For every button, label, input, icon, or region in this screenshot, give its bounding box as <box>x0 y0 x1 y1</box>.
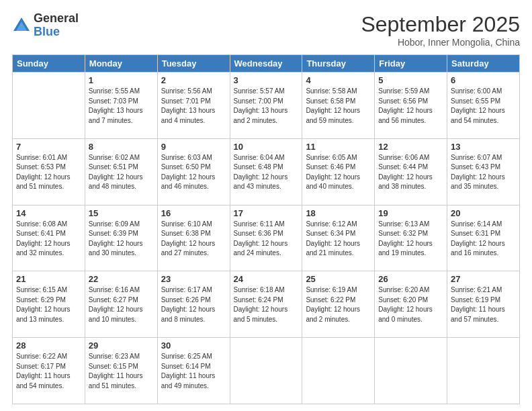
calendar-header-row: Sunday Monday Tuesday Wednesday Thursday… <box>13 55 520 73</box>
cell-info: Sunrise: 6:10 AMSunset: 6:38 PMDaylight:… <box>161 220 226 259</box>
calendar-cell: 5Sunrise: 5:59 AMSunset: 6:56 PMDaylight… <box>375 73 447 139</box>
header-thursday: Thursday <box>302 55 375 73</box>
cell-info: Sunrise: 6:13 AMSunset: 6:32 PMDaylight:… <box>378 220 443 259</box>
calendar-cell: 3Sunrise: 5:57 AMSunset: 7:00 PMDaylight… <box>230 73 302 139</box>
logo-text: General Blue <box>34 12 79 39</box>
calendar-cell: 24Sunrise: 6:18 AMSunset: 6:24 PMDayligh… <box>230 271 302 338</box>
cell-info: Sunrise: 6:04 AMSunset: 6:48 PMDaylight:… <box>234 153 299 192</box>
day-number: 21 <box>16 274 81 284</box>
day-number: 29 <box>89 340 154 351</box>
cell-info: Sunrise: 5:57 AMSunset: 7:00 PMDaylight:… <box>234 87 299 126</box>
calendar-cell <box>375 338 447 404</box>
calendar-cell: 7Sunrise: 6:01 AMSunset: 6:53 PMDaylight… <box>13 138 85 205</box>
day-number: 20 <box>451 208 516 218</box>
calendar-cell: 27Sunrise: 6:21 AMSunset: 6:19 PMDayligh… <box>447 271 520 338</box>
cell-info: Sunrise: 6:19 AMSunset: 6:22 PMDaylight:… <box>306 285 371 324</box>
cell-info: Sunrise: 6:03 AMSunset: 6:50 PMDaylight:… <box>161 153 226 192</box>
day-number: 24 <box>234 274 299 284</box>
calendar-cell: 22Sunrise: 6:16 AMSunset: 6:27 PMDayligh… <box>85 271 157 338</box>
calendar-cell: 2Sunrise: 5:56 AMSunset: 7:01 PMDaylight… <box>157 73 230 139</box>
day-number: 19 <box>378 208 443 218</box>
calendar-cell: 11Sunrise: 6:05 AMSunset: 6:46 PMDayligh… <box>302 138 375 205</box>
day-number: 22 <box>89 274 154 284</box>
header-monday: Monday <box>85 55 157 73</box>
day-number: 14 <box>16 208 81 218</box>
cell-info: Sunrise: 6:22 AMSunset: 6:17 PMDaylight:… <box>16 352 81 391</box>
cell-info: Sunrise: 5:58 AMSunset: 6:58 PMDaylight:… <box>306 87 371 126</box>
subtitle: Hobor, Inner Mongolia, China <box>361 37 520 48</box>
day-number: 10 <box>234 142 299 152</box>
calendar-week-2: 14Sunrise: 6:08 AMSunset: 6:41 PMDayligh… <box>13 205 520 271</box>
day-number: 30 <box>161 340 226 351</box>
day-number: 27 <box>451 274 516 284</box>
calendar-cell: 25Sunrise: 6:19 AMSunset: 6:22 PMDayligh… <box>302 271 375 338</box>
day-number: 6 <box>451 75 516 85</box>
calendar-cell: 21Sunrise: 6:15 AMSunset: 6:29 PMDayligh… <box>13 271 85 338</box>
day-number: 3 <box>234 75 299 85</box>
calendar-cell: 15Sunrise: 6:09 AMSunset: 6:39 PMDayligh… <box>85 205 157 271</box>
cell-info: Sunrise: 6:15 AMSunset: 6:29 PMDaylight:… <box>16 285 81 324</box>
cell-info: Sunrise: 6:14 AMSunset: 6:31 PMDaylight:… <box>451 220 516 259</box>
calendar-cell <box>302 338 375 404</box>
header-sunday: Sunday <box>13 55 85 73</box>
calendar-cell: 28Sunrise: 6:22 AMSunset: 6:17 PMDayligh… <box>13 338 85 404</box>
calendar-cell: 9Sunrise: 6:03 AMSunset: 6:50 PMDaylight… <box>157 138 230 205</box>
day-number: 11 <box>306 142 371 152</box>
calendar-cell: 1Sunrise: 5:55 AMSunset: 7:03 PMDaylight… <box>85 73 157 139</box>
header-friday: Friday <box>375 55 447 73</box>
day-number: 1 <box>89 75 154 85</box>
calendar-cell: 23Sunrise: 6:17 AMSunset: 6:26 PMDayligh… <box>157 271 230 338</box>
cell-info: Sunrise: 6:08 AMSunset: 6:41 PMDaylight:… <box>16 220 81 259</box>
day-number: 12 <box>378 142 443 152</box>
day-number: 4 <box>306 75 371 85</box>
day-number: 7 <box>16 142 81 152</box>
calendar-week-3: 21Sunrise: 6:15 AMSunset: 6:29 PMDayligh… <box>13 271 520 338</box>
cell-info: Sunrise: 5:59 AMSunset: 6:56 PMDaylight:… <box>378 87 443 126</box>
calendar-cell: 6Sunrise: 6:00 AMSunset: 6:55 PMDaylight… <box>447 73 520 139</box>
cell-info: Sunrise: 6:20 AMSunset: 6:20 PMDaylight:… <box>378 285 443 324</box>
header-saturday: Saturday <box>447 55 520 73</box>
day-number: 23 <box>161 274 226 284</box>
main-title: September 2025 <box>361 12 520 37</box>
calendar-week-1: 7Sunrise: 6:01 AMSunset: 6:53 PMDaylight… <box>13 138 520 205</box>
header-wednesday: Wednesday <box>230 55 302 73</box>
cell-info: Sunrise: 6:17 AMSunset: 6:26 PMDaylight:… <box>161 285 226 324</box>
day-number: 28 <box>16 340 81 351</box>
cell-info: Sunrise: 6:16 AMSunset: 6:27 PMDaylight:… <box>89 285 154 324</box>
calendar-cell: 12Sunrise: 6:06 AMSunset: 6:44 PMDayligh… <box>375 138 447 205</box>
calendar-cell: 20Sunrise: 6:14 AMSunset: 6:31 PMDayligh… <box>447 205 520 271</box>
cell-info: Sunrise: 6:05 AMSunset: 6:46 PMDaylight:… <box>306 153 371 192</box>
day-number: 8 <box>89 142 154 152</box>
day-number: 25 <box>306 274 371 284</box>
cell-info: Sunrise: 6:01 AMSunset: 6:53 PMDaylight:… <box>16 153 81 192</box>
day-number: 18 <box>306 208 371 218</box>
cell-info: Sunrise: 6:23 AMSunset: 6:15 PMDaylight:… <box>89 352 154 391</box>
title-block: September 2025 Hobor, Inner Mongolia, Ch… <box>361 12 520 48</box>
logo: General Blue <box>12 12 79 39</box>
cell-info: Sunrise: 6:11 AMSunset: 6:36 PMDaylight:… <box>234 220 299 259</box>
cell-info: Sunrise: 6:07 AMSunset: 6:43 PMDaylight:… <box>451 153 516 192</box>
cell-info: Sunrise: 6:06 AMSunset: 6:44 PMDaylight:… <box>378 153 443 192</box>
day-number: 26 <box>378 274 443 284</box>
calendar-cell <box>13 73 85 139</box>
logo-icon <box>12 16 31 35</box>
calendar-cell: 8Sunrise: 6:02 AMSunset: 6:51 PMDaylight… <box>85 138 157 205</box>
calendar-cell: 30Sunrise: 6:25 AMSunset: 6:14 PMDayligh… <box>157 338 230 404</box>
cell-info: Sunrise: 6:21 AMSunset: 6:19 PMDaylight:… <box>451 285 516 324</box>
calendar-cell: 16Sunrise: 6:10 AMSunset: 6:38 PMDayligh… <box>157 205 230 271</box>
cell-info: Sunrise: 6:12 AMSunset: 6:34 PMDaylight:… <box>306 220 371 259</box>
cell-info: Sunrise: 6:18 AMSunset: 6:24 PMDaylight:… <box>234 285 299 324</box>
cell-info: Sunrise: 6:00 AMSunset: 6:55 PMDaylight:… <box>451 87 516 126</box>
calendar-cell: 18Sunrise: 6:12 AMSunset: 6:34 PMDayligh… <box>302 205 375 271</box>
day-number: 13 <box>451 142 516 152</box>
page: General Blue September 2025 Hobor, Inner… <box>0 0 532 411</box>
logo-blue: Blue <box>34 26 79 39</box>
calendar-cell: 10Sunrise: 6:04 AMSunset: 6:48 PMDayligh… <box>230 138 302 205</box>
header-tuesday: Tuesday <box>157 55 230 73</box>
header: General Blue September 2025 Hobor, Inner… <box>12 12 520 48</box>
day-number: 9 <box>161 142 226 152</box>
calendar-cell <box>447 338 520 404</box>
calendar-week-4: 28Sunrise: 6:22 AMSunset: 6:17 PMDayligh… <box>13 338 520 404</box>
calendar-cell: 17Sunrise: 6:11 AMSunset: 6:36 PMDayligh… <box>230 205 302 271</box>
cell-info: Sunrise: 6:02 AMSunset: 6:51 PMDaylight:… <box>89 153 154 192</box>
